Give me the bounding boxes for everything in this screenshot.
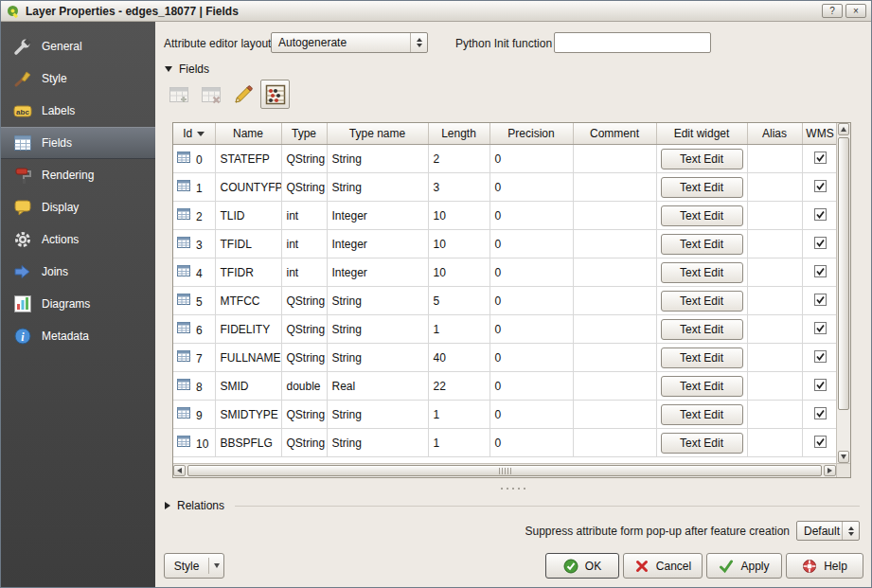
edit-widget-button[interactable]: Text Edit (661, 262, 743, 283)
sidebar-item-general[interactable]: General (1, 30, 155, 62)
wms-checkbox[interactable] (814, 350, 827, 363)
field-calculator-button[interactable] (260, 80, 290, 109)
field-row-fidelity[interactable]: 6FIDELITYQStringString10Text Edit (173, 315, 836, 344)
wms-checkbox[interactable] (814, 180, 827, 192)
suppress-row: Suppress attribute form pop-up after fea… (525, 521, 861, 541)
scroll-left-button[interactable] (173, 465, 186, 476)
field-row-smidtype[interactable]: 9SMIDTYPEQStringString10Text Edit (173, 401, 836, 429)
column-header-type-name[interactable]: Type name (327, 123, 428, 145)
edit-widget-button[interactable]: Text Edit (661, 177, 743, 198)
field-row-statefp[interactable]: 0STATEFPQStringString20Text Edit (173, 145, 836, 173)
wms-checkbox[interactable] (814, 265, 827, 277)
field-length: 22 (428, 372, 489, 401)
scroll-down-button[interactable] (838, 451, 849, 463)
field-row-smid[interactable]: 8SMIDdoubleReal220Text Edit (173, 372, 836, 401)
field-row-mtfcc[interactable]: 5MTFCCQStringString50Text Edit (173, 287, 836, 315)
column-header-comment[interactable]: Comment (573, 123, 656, 145)
cancel-button[interactable]: Cancel (623, 553, 703, 579)
fields-group-header[interactable]: Fields (165, 62, 209, 76)
vertical-scrollbar[interactable] (836, 123, 850, 463)
suppress-value: Default (797, 522, 842, 540)
wms-checkbox[interactable] (814, 237, 827, 249)
ok-button[interactable]: OK (545, 553, 619, 579)
column-header-wms[interactable]: WMS (802, 123, 836, 145)
edit-widget-button[interactable]: Text Edit (661, 376, 743, 397)
column-header-id[interactable]: Id (173, 123, 215, 145)
wms-checkbox[interactable] (814, 208, 827, 221)
delete-column-icon (200, 83, 222, 106)
field-row-tlid[interactable]: 2TLIDintInteger100Text Edit (173, 202, 836, 230)
field-row-countyfp[interactable]: 1COUNTYFPQStringString30Text Edit (173, 173, 836, 202)
attribute-icon (177, 293, 190, 306)
edit-widget-button[interactable]: Text Edit (661, 404, 743, 425)
column-header-precision[interactable]: Precision (489, 123, 573, 145)
field-row-tfidl[interactable]: 3TFIDLintInteger100Text Edit (173, 230, 836, 258)
column-header-edit-widget[interactable]: Edit widget (656, 123, 747, 145)
edit-widget-button[interactable]: Text Edit (661, 291, 743, 312)
sidebar-item-metadata[interactable]: iMetadata (1, 320, 155, 352)
suppress-combo[interactable]: Default (796, 521, 860, 541)
wms-checkbox[interactable] (814, 151, 827, 164)
edit-widget-button[interactable]: Text Edit (661, 234, 743, 255)
sidebar-item-diagrams[interactable]: Diagrams (1, 288, 155, 320)
field-type: QString (281, 401, 327, 429)
help-button[interactable]: Help (786, 553, 863, 579)
sidebar-item-rendering[interactable]: Rendering (1, 159, 155, 191)
field-calculator-icon (264, 83, 287, 106)
python-init-input[interactable] (554, 32, 711, 53)
scroll-right-button[interactable] (824, 465, 836, 476)
field-alias (747, 202, 802, 230)
sidebar-item-label: Joins (42, 265, 68, 278)
column-header-name[interactable]: Name (215, 123, 281, 145)
style-menu-button[interactable]: Style (164, 553, 224, 579)
vertical-scrollbar-thumb[interactable] (838, 137, 849, 410)
horizontal-scrollbar[interactable] (173, 463, 836, 477)
scroll-up-button[interactable] (838, 123, 849, 135)
field-alias (747, 145, 802, 173)
attribute-editor-layout-combo[interactable]: Autogenerate (271, 32, 428, 53)
fields-table: IdNameTypeType nameLengthPrecisionCommen… (173, 123, 836, 457)
titlebar-help-button[interactable]: ? (822, 4, 843, 18)
field-row-bbspflg[interactable]: 10BBSPFLGQStringString10Text Edit (173, 429, 836, 457)
column-header-type[interactable]: Type (281, 123, 327, 145)
edit-widget-button[interactable]: Text Edit (661, 149, 743, 169)
window-title: Layer Properties - edges_18077 | Fields (26, 5, 817, 18)
edit-widget-button[interactable]: Text Edit (661, 205, 743, 226)
field-precision: 0 (489, 344, 573, 372)
splitter-handle[interactable] (155, 485, 871, 491)
wms-checkbox[interactable] (814, 379, 827, 391)
field-name: SMIDTYPE (215, 401, 281, 429)
wms-checkbox[interactable] (814, 294, 827, 306)
sidebar-item-joins[interactable]: Joins (1, 256, 155, 288)
horizontal-scrollbar-thumb[interactable] (187, 465, 822, 476)
style-icon (13, 69, 32, 88)
combo-spinner-icon (842, 522, 859, 540)
apply-button[interactable]: Apply (706, 553, 782, 579)
relations-group-header[interactable]: Relations (165, 499, 860, 512)
new-column-button (164, 80, 193, 109)
field-row-tfidr[interactable]: 4TFIDRintInteger100Text Edit (173, 258, 836, 287)
edit-widget-button[interactable]: Text Edit (661, 319, 743, 340)
python-init-label: Python Init function (455, 37, 552, 50)
sidebar-item-display[interactable]: Display (1, 191, 155, 223)
edit-widget-button[interactable]: Text Edit (661, 433, 743, 454)
sidebar-item-labels[interactable]: abcLabels (1, 95, 155, 127)
edit-widget-button[interactable]: Text Edit (661, 347, 743, 368)
column-header-alias[interactable]: Alias (747, 123, 802, 145)
titlebar-close-button[interactable]: × (845, 4, 866, 18)
field-id: 7 (196, 352, 203, 365)
sidebar-item-fields[interactable]: Fields (1, 127, 155, 159)
field-row-fullname[interactable]: 7FULLNAMEQStringString400Text Edit (173, 344, 836, 372)
arrow-up-icon (841, 127, 846, 132)
titlebar[interactable]: Layer Properties - edges_18077 | Fields … (1, 1, 871, 22)
wms-checkbox[interactable] (814, 436, 827, 448)
column-header-length[interactable]: Length (428, 123, 489, 145)
sidebar-item-label: Diagrams (42, 297, 90, 311)
toggle-editing-button[interactable] (228, 80, 258, 109)
field-id: 2 (196, 210, 203, 223)
sidebar-item-actions[interactable]: Actions (1, 223, 155, 256)
column-header-label: Edit widget (674, 127, 730, 140)
wms-checkbox[interactable] (814, 407, 827, 419)
sidebar-item-style[interactable]: Style (1, 62, 155, 95)
wms-checkbox[interactable] (814, 322, 827, 334)
